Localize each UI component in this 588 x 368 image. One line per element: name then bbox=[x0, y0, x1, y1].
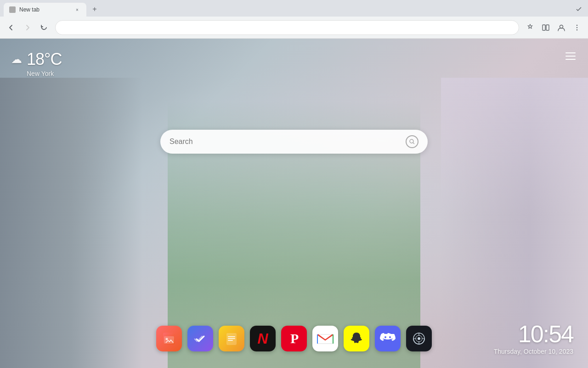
weather-temp-row: ☁ 18°C bbox=[11, 50, 62, 69]
menu-line-2 bbox=[565, 56, 576, 57]
nav-right-buttons bbox=[523, 20, 584, 35]
menu-line-3 bbox=[565, 59, 576, 60]
pinterest-logo: P bbox=[286, 331, 302, 346]
ticktick-icon bbox=[193, 331, 208, 346]
app-icon-pinterest[interactable]: P bbox=[281, 326, 307, 351]
svg-rect-0 bbox=[543, 25, 545, 30]
search-input[interactable] bbox=[170, 138, 400, 146]
svg-point-4 bbox=[577, 27, 577, 28]
clock-date: Thursday, October 10, 2023 bbox=[494, 348, 573, 355]
reload-button[interactable] bbox=[37, 20, 51, 35]
back-button[interactable] bbox=[4, 20, 18, 35]
clock-time: 10:54 bbox=[494, 322, 573, 346]
tab-bar: New tab × + bbox=[0, 0, 588, 17]
address-bar[interactable] bbox=[55, 20, 519, 35]
svg-point-21 bbox=[418, 337, 420, 340]
new-tab-button[interactable]: + bbox=[88, 3, 101, 16]
chrome-menu-button[interactable] bbox=[570, 20, 584, 35]
tab-title: New tab bbox=[19, 6, 70, 13]
svg-point-3 bbox=[577, 24, 577, 25]
menu-button[interactable] bbox=[562, 48, 579, 64]
search-container bbox=[160, 130, 428, 154]
discord-logo bbox=[380, 331, 396, 346]
person-silhouette bbox=[168, 78, 420, 368]
sky-right bbox=[441, 78, 588, 216]
split-view-button[interactable] bbox=[538, 20, 553, 35]
weather-temperature: 18°C bbox=[27, 50, 62, 69]
app-icon-steam[interactable] bbox=[406, 326, 432, 351]
tab-bar-right bbox=[573, 4, 584, 17]
active-tab[interactable]: New tab × bbox=[4, 3, 86, 17]
app-icon-photos[interactable] bbox=[156, 326, 182, 351]
tab-favicon bbox=[9, 6, 16, 13]
svg-point-9 bbox=[166, 338, 168, 340]
weather-widget: ☁ 18°C New York bbox=[11, 50, 62, 77]
notes-icon bbox=[224, 331, 239, 346]
photos-icon bbox=[162, 332, 176, 345]
app-dock: N P bbox=[156, 326, 432, 351]
snapchat-logo bbox=[349, 331, 364, 346]
menu-line-1 bbox=[565, 52, 576, 53]
app-icon-gmail[interactable] bbox=[312, 326, 338, 351]
window-minimize-button[interactable] bbox=[573, 4, 584, 15]
browser-frame: New tab × + bbox=[0, 0, 588, 368]
search-bar[interactable] bbox=[160, 130, 428, 154]
svg-point-5 bbox=[577, 29, 577, 30]
app-icon-ticktick[interactable] bbox=[187, 326, 213, 351]
app-icon-netflix[interactable]: N bbox=[250, 326, 276, 351]
navigation-bar bbox=[0, 17, 588, 39]
app-icon-snapchat[interactable] bbox=[344, 326, 369, 351]
forward-button[interactable] bbox=[20, 20, 35, 35]
clock-widget: 10:54 Thursday, October 10, 2023 bbox=[494, 322, 573, 355]
profile-button[interactable] bbox=[554, 20, 569, 35]
svg-rect-1 bbox=[546, 25, 549, 30]
app-icon-discord[interactable] bbox=[375, 326, 401, 351]
app-icon-notes[interactable] bbox=[219, 326, 244, 351]
new-tab-page: ☁ 18°C New York bbox=[0, 39, 588, 368]
extensions-button[interactable] bbox=[523, 20, 537, 35]
weather-cloud-icon: ☁ bbox=[11, 53, 22, 66]
svg-text:P: P bbox=[290, 331, 299, 346]
search-icon bbox=[406, 135, 418, 148]
weather-city: New York bbox=[27, 70, 62, 77]
steam-logo bbox=[411, 330, 427, 347]
gmail-logo bbox=[317, 332, 334, 345]
building-left bbox=[0, 78, 142, 368]
tab-close-button[interactable]: × bbox=[74, 6, 81, 13]
netflix-logo: N bbox=[257, 330, 268, 347]
